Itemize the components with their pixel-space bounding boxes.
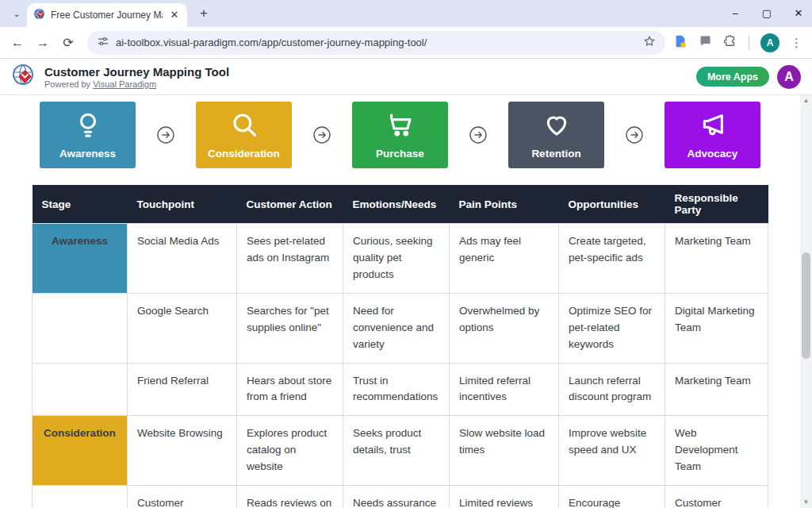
table-cell: Social Media Ads [128,224,237,294]
tab-strip: ⌄ Free Customer Journey Mapping ✕ + – ▢ … [0,0,812,27]
minimize-button[interactable]: – [728,7,742,19]
table-cell: Overwhelmed by options [450,293,559,363]
toolbar-divider [749,36,749,50]
extensions-puzzle-icon[interactable] [723,34,737,52]
app-header: Customer Journey Mapping Tool Powered by… [0,59,812,95]
arrow-right-icon [604,125,665,144]
user-avatar[interactable]: A [777,65,801,89]
chrome-profile-avatar[interactable]: A [760,33,779,52]
stage-label: Retention [531,148,580,160]
maximize-button[interactable]: ▢ [760,7,774,19]
table-cell: Curious, seeking quality pet products [343,224,450,294]
address-bar[interactable]: ai-toolbox.visual-paradigm.com/app/custo… [87,31,665,55]
table-row: Friend ReferralHears about store from a … [33,363,768,416]
table-cell: Sees pet-related ads on Instagram [237,224,343,294]
tab-search-icon[interactable]: ⌄ [6,3,27,24]
forward-button[interactable]: → [32,32,54,54]
table-cell: Customer Reviews [128,486,237,508]
stage-card-consideration[interactable]: Consideration [196,102,292,168]
back-button[interactable]: ← [6,32,29,54]
vertical-scrollbar[interactable]: ▲ ▼ [800,95,812,508]
chat-bubble-icon[interactable] [699,34,712,51]
visual-paradigm-logo [11,63,36,91]
close-button[interactable]: ✕ [791,7,806,19]
table-cell: Digital Marketing Team [665,293,768,363]
arrow-right-icon [448,125,508,144]
table-cell: Ads may feel generic [450,224,559,294]
column-header: Responsible Party [665,185,768,224]
scroll-down-icon[interactable]: ▼ [800,497,812,508]
table-cell: Web Development Team [665,416,768,486]
stage-card-retention[interactable]: Retention [508,102,604,168]
stage-card-awareness[interactable]: Awareness [40,102,136,168]
stage-flow: AwarenessConsiderationPurchaseRetentionA… [0,95,812,168]
column-header: Pain Points [450,185,559,224]
table-cell: Encourage reviews via post-purchase emai… [559,486,665,508]
table-row: ConsiderationWebsite BrowsingExplores pr… [33,416,768,486]
table-row: Customer ReviewsReads reviews on website… [33,486,768,508]
table-cell: Needs assurance of quality [343,486,450,508]
browser-menu-icon[interactable]: ⋮ [791,36,802,50]
stage-label: Advocacy [688,148,738,160]
stage-label: Purchase [376,148,424,160]
stage-label: Consideration [208,148,280,160]
table-cell: Launch referral discount program [559,363,665,416]
powered-by: Powered by Visual Paradigm [44,79,229,89]
table-cell: Reads reviews on website or third-party … [237,486,343,508]
table-header-row: StageTouchpointCustomer ActionEmotions/N… [33,185,768,224]
page-title: Customer Journey Mapping Tool [44,65,229,79]
scrollbar-thumb[interactable] [802,252,810,359]
table-cell: Limited referral incentives [450,363,559,416]
bookmark-star-icon[interactable] [643,35,656,51]
favicon [33,8,45,23]
table-cell: Seeks product details, trust [343,416,450,486]
scroll-up-icon[interactable]: ▲ [800,95,812,106]
url-text[interactable]: ai-toolbox.visual-paradigm.com/app/custo… [116,37,637,48]
column-header: Touchpoint [128,185,237,224]
stage-cell [33,363,128,416]
column-header: Emotions/Needs [343,185,450,224]
tab-close-icon[interactable]: ✕ [168,9,181,21]
table-cell: Optimize SEO for pet-related keywords [559,293,665,363]
visual-paradigm-link[interactable]: Visual Paradigm [93,79,156,89]
table-cell: Friend Referral [128,363,237,416]
column-header: Stage [33,185,128,224]
lightbulb-icon [75,111,102,141]
table-row: Google SearchSearches for "pet supplies … [33,293,768,363]
table-cell: Customer Service Team [665,486,768,508]
stage-card-advocacy[interactable]: Advocacy [665,102,760,168]
browser-toolbar: ← → ⟳ ai-toolbox.visual-paradigm.com/app… [0,27,812,59]
journey-table: StageTouchpointCustomer ActionEmotions/N… [32,185,768,508]
table-cell: Improve website speed and UX [559,416,665,486]
stage-cell [33,486,128,508]
browser-tab[interactable]: Free Customer Journey Mapping ✕ [27,3,187,27]
table-row: AwarenessSocial Media AdsSees pet-relate… [33,224,768,294]
stage-cell: Awareness [33,224,128,294]
reload-button[interactable]: ⟳ [57,32,79,54]
more-apps-button[interactable]: More Apps [696,67,769,87]
table-cell: Marketing Team [665,363,768,416]
megaphone-icon [699,111,726,141]
new-tab-button[interactable]: + [193,3,214,24]
table-cell: Limited reviews available [450,486,559,508]
table-cell: Website Browsing [128,416,237,486]
extension-doc-icon[interactable] [673,34,688,52]
stage-cell: Consideration [33,416,128,486]
table-cell: Explores product catalog on website [237,416,343,486]
table-cell: Hears about store from a friend [237,363,343,416]
table-cell: Need for convenience and variety [343,293,450,363]
arrow-right-icon [292,125,352,144]
site-settings-icon[interactable] [97,35,109,51]
stage-label: Awareness [59,148,116,160]
table-cell: Marketing Team [665,224,768,294]
stage-cell [33,293,128,363]
cart-icon [387,111,414,141]
stage-card-purchase[interactable]: Purchase [352,102,448,168]
heart-icon [543,111,570,141]
table-cell: Slow website load times [450,416,559,486]
column-header: Customer Action [237,185,343,224]
table-cell: Trust in recommendations [343,363,450,416]
table-cell: Create targeted, pet-specific ads [559,224,665,294]
column-header: Opportunities [559,185,665,224]
table-cell: Searches for "pet supplies online" [237,293,343,363]
